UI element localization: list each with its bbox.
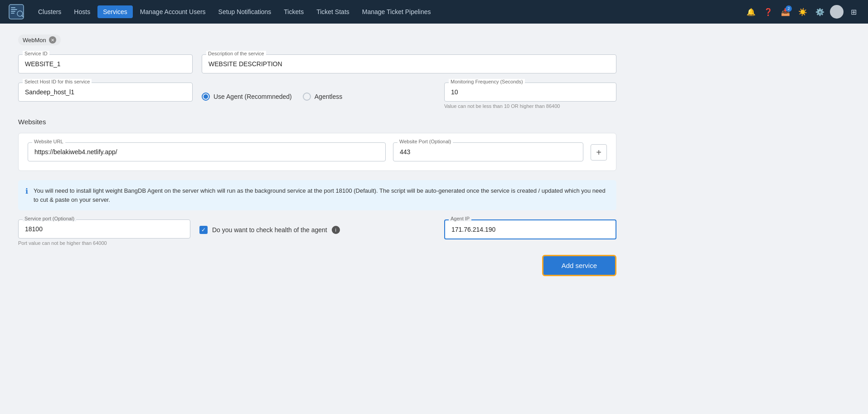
navbar: Clusters Hosts Services Manage Account U…	[0, 0, 868, 24]
nav-clusters[interactable]: Clusters	[33, 5, 67, 18]
theme-icon[interactable]: ☀️	[795, 5, 810, 19]
nav-tickets[interactable]: Tickets	[278, 5, 309, 18]
website-url-group: Website URL	[28, 142, 386, 161]
agent-health-checkbox[interactable]: ✓	[199, 226, 208, 234]
service-id-input[interactable]	[18, 54, 193, 73]
section-websites-title: Websites	[18, 118, 616, 126]
nav-setup-notifications[interactable]: Setup Notifications	[213, 5, 277, 18]
agent-ip-label: Agent IP	[449, 216, 471, 221]
avatar[interactable]	[830, 5, 844, 19]
info-banner-text: You will need to install light weight Ba…	[34, 186, 609, 204]
website-url-label: Website URL	[32, 139, 65, 144]
select-host-dropdown[interactable]: Sandeep_host_l1	[18, 83, 193, 102]
service-port-helper: Port value can not be higher than 64000	[18, 240, 190, 246]
description-input[interactable]	[202, 54, 616, 73]
select-host-group: Select Host ID for this service Sandeep_…	[18, 83, 193, 102]
svg-rect-0	[9, 5, 24, 19]
service-id-group: Service ID	[18, 54, 193, 73]
tag-chip: WebMon ✕	[18, 34, 61, 45]
agent-health-label: Do you want to check health of the agent	[212, 226, 327, 234]
bell-icon[interactable]: 🔔	[744, 5, 758, 19]
download-icon[interactable]: 📥 2	[778, 5, 793, 19]
agent-ip-group: Agent IP	[444, 219, 616, 239]
form-row-1: Service ID Description of the service	[18, 54, 616, 73]
agent-ip-input[interactable]	[444, 219, 616, 239]
website-port-group: Website Port (Optional)	[393, 142, 583, 161]
svg-rect-4	[11, 13, 15, 14]
description-label: Description of the service	[206, 51, 266, 56]
monitoring-freq-helper: Value can not be less than 10 OR higher …	[444, 103, 616, 109]
website-row: Website URL Website Port (Optional) +	[28, 142, 607, 161]
svg-rect-1	[11, 7, 15, 8]
navbar-icons: 🔔 ❓ 📥 2 ☀️ ⚙️ ⊞	[744, 5, 861, 19]
radio-agentless-label: Agentless	[315, 93, 342, 100]
select-host-label: Select Host ID for this service	[23, 79, 92, 84]
radio-agentless[interactable]: Agentless	[303, 93, 342, 101]
radio-agentless-circle	[303, 93, 311, 101]
monitoring-freq-input[interactable]	[444, 83, 616, 102]
description-group: Description of the service	[202, 54, 616, 73]
radio-use-agent[interactable]: Use Agent (Recommneded)	[202, 93, 292, 101]
website-url-input[interactable]	[28, 142, 386, 161]
agent-health-info-icon[interactable]: i	[332, 226, 340, 234]
form-row-2: Select Host ID for this service Sandeep_…	[18, 83, 616, 109]
logo-icon	[7, 4, 25, 20]
nav-services[interactable]: Services	[97, 5, 133, 18]
service-id-label: Service ID	[23, 51, 49, 56]
add-service-button[interactable]: Add service	[542, 255, 616, 276]
svg-rect-3	[11, 11, 15, 12]
website-port-input[interactable]	[393, 142, 583, 161]
service-port-input[interactable]	[18, 219, 190, 239]
service-port-group: Service port (Optional) Port value can n…	[18, 219, 190, 246]
page-content: WebMon ✕ Service ID Description of the s…	[0, 24, 635, 287]
info-banner: ℹ You will need to install light weight …	[18, 180, 616, 210]
website-port-label: Website Port (Optional)	[398, 139, 453, 144]
agent-radio-group: Use Agent (Recommneded) Agentless	[202, 87, 342, 106]
radio-agent-circle	[202, 93, 210, 101]
add-website-button[interactable]: +	[591, 144, 607, 161]
info-banner-icon: ℹ	[25, 187, 28, 195]
service-port-label: Service port (Optional)	[23, 216, 76, 221]
website-card: Website URL Website Port (Optional) +	[18, 133, 616, 171]
monitoring-freq-group: Monitoring Frequency (Seconds) Value can…	[444, 83, 616, 109]
tag-remove-button[interactable]: ✕	[49, 36, 56, 44]
nav-hosts[interactable]: Hosts	[68, 5, 96, 18]
radio-group-container: Use Agent (Recommneded) Agentless	[202, 83, 435, 106]
bottom-form-row: Service port (Optional) Port value can n…	[18, 219, 616, 246]
settings-icon[interactable]: ⚙️	[813, 5, 827, 19]
help-icon[interactable]: ❓	[761, 5, 776, 19]
svg-rect-2	[11, 9, 17, 10]
agent-health-checkbox-row: ✓ Do you want to check health of the age…	[199, 226, 340, 234]
radio-agent-label: Use Agent (Recommneded)	[213, 93, 292, 100]
monitoring-freq-label: Monitoring Frequency (Seconds)	[449, 79, 525, 84]
nav-manage-account-users[interactable]: Manage Account Users	[135, 5, 211, 18]
nav-ticket-stats[interactable]: Ticket Stats	[311, 5, 355, 18]
checkmark-icon: ✓	[201, 227, 206, 233]
nav-manage-ticket-pipelines[interactable]: Manage Ticket Pipelines	[357, 5, 436, 18]
tag-label: WebMon	[23, 37, 46, 44]
notification-badge: 2	[786, 5, 792, 12]
grid-icon[interactable]: ⊞	[846, 5, 861, 19]
radio-agent-inner	[204, 94, 208, 99]
agent-health-group: ✓ Do you want to check health of the age…	[199, 219, 435, 234]
